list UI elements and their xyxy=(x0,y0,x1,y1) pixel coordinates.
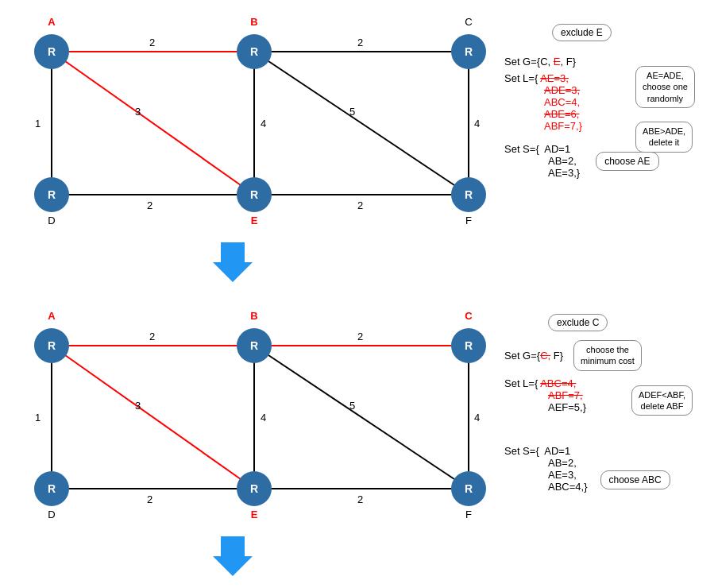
svg-text:2: 2 xyxy=(357,493,363,505)
svg-marker-73 xyxy=(213,536,253,576)
svg-text:R: R xyxy=(465,45,473,58)
svg-text:E: E xyxy=(251,215,258,226)
bubble-ae-ade: AE=ADE,choose onerandomly xyxy=(635,66,695,108)
svg-text:D: D xyxy=(48,215,55,226)
svg-text:R: R xyxy=(250,482,258,495)
svg-text:A: A xyxy=(48,16,56,28)
svg-text:R: R xyxy=(48,482,56,495)
svg-text:2: 2 xyxy=(149,331,155,342)
svg-text:R: R xyxy=(250,188,258,201)
svg-text:2: 2 xyxy=(357,331,363,342)
svg-text:4: 4 xyxy=(261,412,266,424)
svg-text:B: B xyxy=(250,310,257,322)
svg-text:R: R xyxy=(465,339,473,352)
set-l-2: Set L={ ABC=4, ABF=7, AEF=5,} ADEF<ABF,d… xyxy=(504,377,718,413)
bubble-exclude-c: exclude C xyxy=(548,314,608,331)
svg-text:1: 1 xyxy=(35,118,41,130)
svg-text:3: 3 xyxy=(135,400,141,412)
set-l-1: Set L={ AE=3, ADE=3, ABC=4, ABE=6, ABF=7… xyxy=(504,72,718,132)
svg-text:R: R xyxy=(250,339,258,352)
svg-text:C: C xyxy=(465,310,473,322)
svg-text:2: 2 xyxy=(147,493,152,505)
svg-text:5: 5 xyxy=(349,106,355,118)
bubble-exclude-e: exclude E xyxy=(552,24,612,41)
svg-text:R: R xyxy=(48,339,56,352)
svg-text:B: B xyxy=(250,16,257,28)
svg-text:3: 3 xyxy=(135,106,141,118)
svg-marker-36 xyxy=(213,242,253,282)
svg-text:D: D xyxy=(48,509,55,520)
svg-line-1 xyxy=(52,52,254,195)
bubble-adef-abf: ADEF<ABF,delete ABF xyxy=(631,385,693,416)
svg-text:R: R xyxy=(465,482,473,495)
svg-line-39 xyxy=(52,346,254,489)
svg-text:4: 4 xyxy=(261,118,266,130)
svg-line-6 xyxy=(254,52,469,195)
svg-text:4: 4 xyxy=(474,118,480,130)
svg-text:4: 4 xyxy=(474,412,480,424)
svg-text:A: A xyxy=(48,310,56,322)
svg-text:F: F xyxy=(465,509,472,520)
svg-text:2: 2 xyxy=(357,37,363,48)
svg-text:2: 2 xyxy=(357,199,363,211)
svg-text:1: 1 xyxy=(35,412,41,424)
svg-text:R: R xyxy=(48,45,56,58)
svg-text:2: 2 xyxy=(147,199,152,211)
svg-text:R: R xyxy=(250,45,258,58)
svg-text:2: 2 xyxy=(149,37,155,48)
set-g-2: Set G={C, F} choose theminimum cost xyxy=(504,340,718,371)
bubble-choose-abc: choose ABC xyxy=(600,470,670,489)
main-container: 2 2 1 3 2 4 5 4 2 R A R B xyxy=(0,0,718,588)
bubble-minimum-cost: choose theminimum cost xyxy=(573,340,642,371)
svg-text:R: R xyxy=(48,188,56,201)
svg-text:F: F xyxy=(465,215,472,226)
set-s-2: Set S={ AD=1 AB=2, AE=3, ABC=4,} choose … xyxy=(504,445,718,493)
svg-text:C: C xyxy=(465,16,472,28)
svg-text:E: E xyxy=(251,509,258,520)
bubble-abe-ade: ABE>ADE,delete it xyxy=(635,122,693,153)
svg-text:R: R xyxy=(465,188,473,201)
svg-text:5: 5 xyxy=(349,400,355,412)
bubble-choose-ae: choose AE xyxy=(596,152,658,171)
svg-line-43 xyxy=(254,346,469,489)
